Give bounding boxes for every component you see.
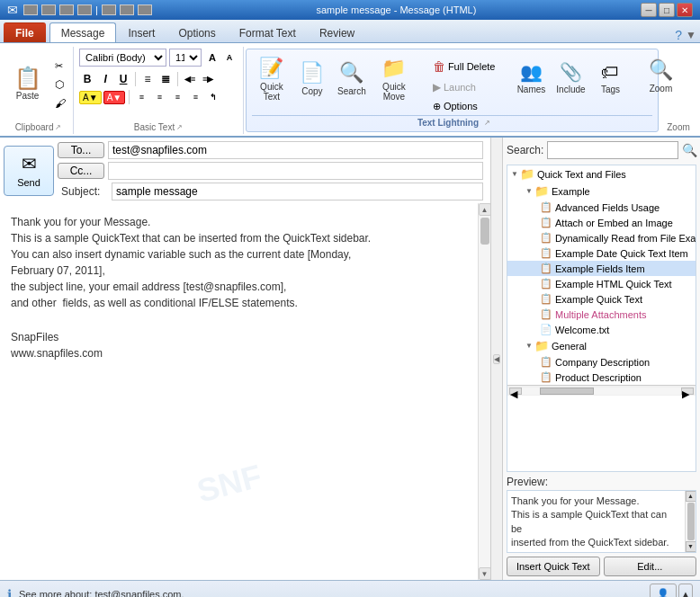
preview-box: Thank you for your Message. This is a sa… [507,490,696,553]
tab-format-text[interactable]: Format Text [228,22,308,42]
text-lightning-expand-icon[interactable]: ↗ [484,119,490,127]
h-scroll-left[interactable]: ◀ [509,388,522,395]
status-scroll-up[interactable]: ▲ [678,584,693,598]
tab-file[interactable]: File [4,22,46,42]
font-size-selector[interactable]: 11 [169,49,202,67]
file-icon-welcome: 📄 [540,324,552,335]
tree-group-example[interactable]: ▼ 📁 Example [507,183,696,200]
tree-item-example-quick-text[interactable]: 📋 Example Quick Text [507,291,696,307]
scroll-down-arrow[interactable]: ▼ [479,567,491,580]
font-name-selector[interactable]: Calibri (Body) [79,49,166,67]
tree-item-attach-image[interactable]: 📋 Attach or Embed an Image [507,215,696,230]
bullets-button[interactable]: ≡ [139,71,156,87]
search-row: Search: 🔍 [507,141,696,159]
format-painter-button[interactable]: 🖌 [50,94,70,112]
shrink-font-button[interactable]: A [221,49,238,66]
email-body[interactable]: Thank you for your Message. This is a sa… [0,203,478,580]
options-button[interactable]: ⊕ Options [428,98,500,115]
underline-button[interactable]: U [115,71,131,87]
settings-icon[interactable]: ▼ [686,29,696,41]
rtl-button[interactable]: ↰ [205,89,221,105]
tree-item-product-desc[interactable]: 📋 Product Description [507,370,696,385]
preview-label: Preview: [507,476,696,488]
subject-label: Subject: [58,185,108,198]
tags-button[interactable]: 🏷 Tags [593,55,627,102]
copy-ribbon-icon: 📄 [300,61,324,85]
search-ribbon-button[interactable]: 🔍 Search [333,53,371,105]
tree-item-dynamic-read[interactable]: 📋 Dynamically Read from File Exam [507,230,696,245]
quick-move-button[interactable]: 📁 QuickMove [374,53,414,105]
tree-item-company-desc[interactable]: 📋 Company Description [507,354,696,370]
highlight-button[interactable]: A▼ [79,91,102,104]
decrease-indent-button[interactable]: ◀≡ [182,71,198,87]
scroll-up-arrow[interactable]: ▲ [479,203,491,216]
tree-item-example-date[interactable]: 📋 Example Date Quick Text Item [507,245,696,261]
justify-button[interactable]: ≡ [187,89,203,105]
help-icon[interactable]: ? [675,28,682,42]
tab-review[interactable]: Review [308,22,366,42]
maximize-button[interactable]: □ [659,3,675,17]
status-user-icon[interactable]: 👤 [650,584,677,598]
full-delete-button[interactable]: 🗑 Full Delete [428,57,500,76]
increase-indent-button[interactable]: ≡▶ [200,71,216,87]
item-multiple-attach: Multiple Attachments [555,309,647,320]
preview-scroll-thumb[interactable] [687,503,695,540]
close-button[interactable]: ✕ [677,3,693,17]
root-folder-icon: 📁 [520,167,534,181]
numbering-button[interactable]: ≣ [157,71,174,87]
search-icon[interactable]: 🔍 [682,143,697,157]
to-input[interactable] [108,141,483,159]
file-icon-product: 📋 [540,371,552,383]
basic-text-expand-icon[interactable]: ↗ [176,123,183,131]
cc-input[interactable] [108,162,483,180]
align-right-button[interactable]: ≡ [169,89,185,105]
quick-text-button[interactable]: 📝 QuickText [252,53,292,105]
tree-item-multiple-attach[interactable]: 📋 Multiple Attachments [507,307,696,322]
preview-scroll-down[interactable]: ▼ [686,541,696,552]
item-welcome: Welcome.txt [555,325,609,335]
scroll-thumb[interactable] [480,218,489,245]
include-button[interactable]: 📎 Include [552,55,589,102]
copy-ribbon-button[interactable]: 📄 Copy [295,53,329,105]
tab-insert[interactable]: Insert [116,22,166,42]
italic-button[interactable]: I [97,71,113,87]
tree-group-general[interactable]: ▼ 📁 General [507,337,696,354]
copy-button[interactable]: ⬡ [50,76,70,94]
insert-quick-text-button[interactable]: Insert Quick Text [507,557,600,576]
clipboard-expand-icon[interactable]: ↗ [55,123,61,131]
grow-font-button[interactable]: A [204,49,220,66]
subject-input[interactable] [112,183,483,200]
tree-container: ▼ 📁 Quick Text and Files ▼ 📁 Example 📋 A… [507,165,696,472]
edit-button[interactable]: Edit... [604,557,697,576]
align-left-button[interactable]: ≡ [133,89,149,105]
minimize-button[interactable]: ─ [641,3,657,17]
tree-item-example-fields[interactable]: 📋 Example Fields Item [507,261,696,276]
h-scroll-thumb[interactable] [540,388,594,395]
tab-message[interactable]: Message [49,22,117,42]
cc-button[interactable]: Cc... [58,163,104,179]
send-button[interactable]: ✉ Send [4,146,54,196]
status-icon: ℹ [7,587,12,598]
to-button[interactable]: To... [58,142,104,158]
align-center-button[interactable]: ≡ [151,89,167,105]
send-label: Send [17,177,40,188]
tree-item-welcome[interactable]: 📄 Welcome.txt [507,322,696,337]
bold-button[interactable]: B [79,71,95,87]
launch-button[interactable]: ▶ Launch [428,78,500,96]
collapse-handle[interactable]: ◀ [493,354,500,364]
paste-button[interactable]: 📋 Paste [7,58,49,111]
tab-options[interactable]: Options [166,22,227,42]
tree-root[interactable]: ▼ 📁 Quick Text and Files [507,165,696,183]
names-button[interactable]: 👥 Names [514,55,548,102]
quick-move-icon: 📁 [381,57,406,80]
cut-button[interactable]: ✂ [50,58,70,75]
preview-scroll-up[interactable]: ▲ [686,491,696,502]
tree-item-example-html[interactable]: 📋 Example HTML Quick Text [507,276,696,291]
preview-scrollbar: ▲ ▼ [685,491,696,552]
right-panel: Search: 🔍 ▼ 📁 Quick Text and Files ▼ 📁 E… [502,138,700,580]
h-scroll-right[interactable]: ▶ [681,388,694,395]
tree-item-advanced-fields[interactable]: 📋 Advanced Fields Usage [507,200,696,215]
search-input[interactable] [547,141,678,159]
text-lightning-label: Text Lightning [414,118,482,128]
font-color-button[interactable]: A▼ [103,91,126,104]
